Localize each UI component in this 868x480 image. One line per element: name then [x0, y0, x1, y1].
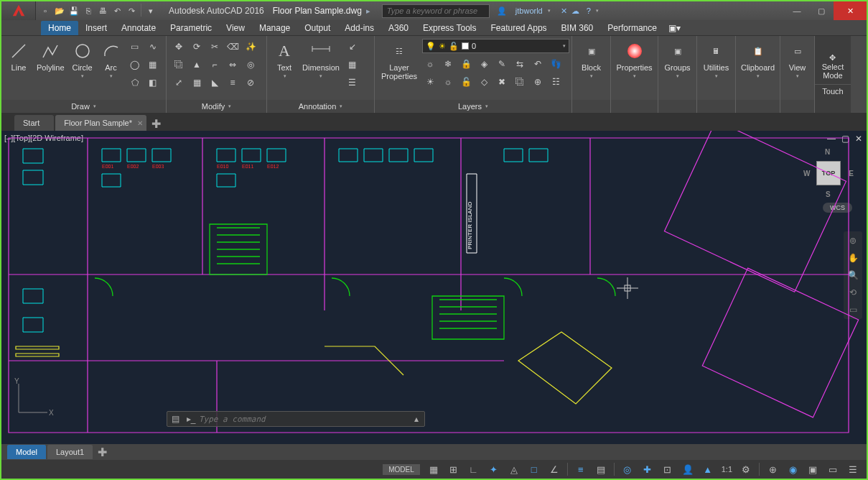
qat-customize-icon[interactable]: ▾	[144, 4, 158, 18]
cmd-history-icon[interactable]: ▤	[167, 414, 183, 424]
recent-dropdown-icon[interactable]: ▸	[366, 6, 370, 16]
layer-on-icon[interactable]: ☀	[422, 74, 438, 90]
hw-icon[interactable]: ◉	[783, 461, 802, 477]
line-button[interactable]: Line	[6, 39, 32, 73]
view-button[interactable]: ▭View▾	[785, 39, 810, 80]
array-icon[interactable]: ▦	[189, 75, 205, 91]
properties-button[interactable]: Properties▾	[615, 39, 653, 80]
fillet-icon[interactable]: ⌐	[207, 57, 223, 73]
modelspace-toggle[interactable]: MODEL	[383, 464, 420, 475]
tab-performance[interactable]: Performance	[600, 21, 664, 35]
tab-express[interactable]: Express Tools	[416, 21, 483, 35]
rotate-icon[interactable]: ⟳	[189, 39, 205, 55]
layer-del-icon[interactable]: ✖	[494, 74, 510, 90]
app-menu-button[interactable]	[1, 1, 36, 20]
anno-scale[interactable]: 1:1	[722, 465, 732, 474]
text-button[interactable]: AText▾	[271, 39, 297, 80]
offset-icon[interactable]: ◎	[243, 57, 258, 73]
move-icon[interactable]: ✥	[171, 39, 187, 55]
arc-button[interactable]: Arc▾	[98, 39, 124, 80]
hatch-icon[interactable]: ▦	[145, 57, 161, 73]
trim-icon[interactable]: ✂	[207, 39, 223, 55]
table-icon[interactable]: ▦	[345, 57, 360, 73]
layer-make-icon[interactable]: ✎	[494, 56, 510, 72]
snap-icon[interactable]: ⊞	[444, 461, 463, 477]
layer-walk-icon[interactable]: 👣	[548, 56, 564, 72]
mtext-icon[interactable]: ☰	[345, 75, 360, 91]
layer-freeze-icon[interactable]: ❄	[440, 56, 456, 72]
copy-icon[interactable]: ⿻	[171, 57, 187, 73]
dyn-icon[interactable]: ✚	[638, 461, 657, 477]
select-mode-button[interactable]: ✥SelectMode	[822, 53, 844, 80]
saveas-icon[interactable]: ⎘	[81, 4, 95, 18]
ortho-icon[interactable]: ∟	[465, 461, 483, 477]
tab-start[interactable]: Start	[14, 115, 54, 131]
qp-icon[interactable]: ⊡	[658, 461, 677, 477]
tab-document[interactable]: Floor Plan Sample*✕	[55, 115, 146, 131]
utilities-button[interactable]: 🖩Utilities▾	[701, 39, 731, 80]
tab-manage[interactable]: Manage	[252, 21, 297, 35]
layer-thaw-icon[interactable]: ☼	[440, 74, 456, 90]
tab-addins[interactable]: Add-ins	[337, 21, 381, 35]
tab-featured[interactable]: Featured Apps	[484, 21, 554, 35]
new-icon[interactable]: ▫	[38, 4, 52, 18]
layer-lock-icon[interactable]: 🔒	[458, 56, 474, 72]
mon-icon[interactable]: ⊕	[763, 461, 782, 477]
anno-icon[interactable]: ▲	[699, 461, 717, 477]
layer-unlock-icon[interactable]: 🔓	[458, 74, 474, 90]
rect-icon[interactable]: ▭	[127, 39, 143, 55]
save-icon[interactable]: 💾	[67, 4, 81, 18]
exchange-icon[interactable]: ✕	[561, 6, 567, 16]
groups-button[interactable]: ▣Groups▾	[663, 39, 692, 80]
a360-icon[interactable]: ☁	[571, 6, 579, 16]
clean-icon[interactable]: ▭	[823, 461, 842, 477]
layer-uniso-icon[interactable]: ◇	[476, 74, 492, 90]
signin-dd-icon[interactable]: ▾	[548, 8, 551, 14]
mirror-icon[interactable]: ▲	[189, 57, 205, 73]
layer-match-icon[interactable]: ⇆	[512, 56, 528, 72]
explode-icon[interactable]: ✨	[243, 39, 258, 55]
command-input[interactable]	[199, 415, 409, 424]
model-tab[interactable]: Model	[7, 445, 46, 459]
cmd-recent-icon[interactable]: ▴	[409, 414, 424, 424]
tab-output[interactable]: Output	[297, 21, 337, 35]
layer-copy-icon[interactable]: ⿻	[512, 74, 528, 90]
erase-icon[interactable]: ⌫	[225, 39, 241, 55]
maximize-button[interactable]: ▢	[809, 1, 834, 20]
tab-annotate[interactable]: Annotate	[114, 21, 163, 35]
layer-prev-icon[interactable]: ↶	[530, 56, 546, 72]
command-line[interactable]: ▤ ▸_ ▴	[167, 411, 425, 427]
tab-home[interactable]: Home	[41, 21, 78, 35]
region-icon[interactable]: ◧	[145, 75, 161, 91]
stretch-icon[interactable]: ⇔	[225, 57, 241, 73]
help-icon[interactable]: ?	[587, 6, 591, 15]
custom-icon[interactable]: ☰	[844, 461, 862, 477]
tab-close-icon[interactable]: ✕	[137, 119, 143, 127]
add-tab-button[interactable]: ✚	[148, 116, 164, 131]
layout1-tab[interactable]: Layout1	[47, 445, 93, 459]
iso2-icon[interactable]: ▣	[803, 461, 822, 477]
break-icon[interactable]: ⊘	[243, 75, 258, 91]
ellipse-icon[interactable]: ◯	[127, 57, 143, 73]
scale-icon[interactable]: ⤢	[171, 75, 187, 91]
redo-icon[interactable]: ↷	[124, 4, 139, 18]
polyline-button[interactable]: Polyline	[34, 39, 67, 73]
tab-insert[interactable]: Insert	[78, 21, 114, 35]
layer-iso-icon[interactable]: ◈	[476, 56, 492, 72]
chamfer-icon[interactable]: ◣	[207, 75, 223, 91]
tab-overflow-icon[interactable]: ▣▾	[664, 21, 685, 35]
transparency-icon[interactable]: ▤	[592, 461, 610, 477]
polar-icon[interactable]: ✦	[485, 461, 503, 477]
tab-view[interactable]: View	[219, 21, 252, 35]
layer-state-icon[interactable]: ☷	[548, 74, 564, 90]
align-icon[interactable]: ≡	[225, 75, 241, 91]
sc-icon[interactable]: 👤	[678, 461, 697, 477]
circle-button[interactable]: Circle▾	[70, 39, 95, 80]
leader-icon[interactable]: ↙	[345, 39, 360, 55]
tab-a360[interactable]: A360	[381, 21, 416, 35]
close-button[interactable]: ✕	[834, 1, 867, 20]
help-search-input[interactable]	[382, 4, 490, 18]
minimize-button[interactable]: —	[785, 1, 809, 20]
clipboard-button[interactable]: 📋Clipboard▾	[740, 39, 775, 80]
signin-name[interactable]: jtbworld	[515, 6, 543, 15]
